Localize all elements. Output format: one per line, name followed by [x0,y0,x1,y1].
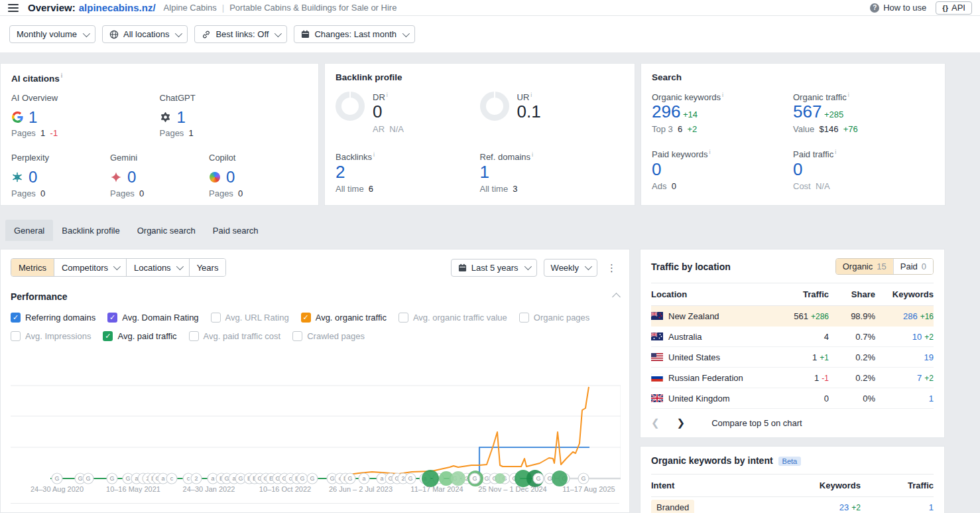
metric-checkbox-avg-url-rating[interactable]: Avg. URL Rating [211,313,289,323]
metric-checkbox-avg-impressions[interactable]: Avg. Impressions [11,331,91,341]
ai-citation-ai-overview: AI Overview1Pages 1 -1 [11,93,160,139]
x-axis-label: 24–30 Aug 2020 [31,485,84,493]
collapse-chevron-icon[interactable] [612,293,621,301]
ref-domains-value[interactable]: 1 [480,163,625,183]
traffic-cell: 1-1 [766,373,829,383]
svg-text:G: G [300,475,304,482]
event-marker: G [297,473,308,484]
info-icon[interactable]: i [722,92,723,98]
location-row-russian-federation[interactable]: Russian Federation1-10.2%7+2 [651,368,934,388]
info-icon[interactable]: i [373,151,375,158]
compare-top5-link[interactable]: Compare top 5 on chart [711,418,802,428]
tab-organic-search[interactable]: Organic search [129,220,204,241]
svg-text:c: c [170,475,174,482]
chevron-down-icon [585,263,592,270]
hamburger-menu-icon[interactable] [8,4,19,12]
metric-checkbox-avg-paid-traffic-cost[interactable]: Avg. paid traffic cost [189,331,281,341]
metric-checkbox-avg-organic-traffic[interactable]: ✓Avg. organic traffic [301,313,387,323]
info-icon[interactable]: i [61,72,63,79]
location-row-new-zealand[interactable]: New Zealand561+28698.9%286+16 [651,306,934,327]
checkbox-icon: ✓ [103,331,113,341]
how-to-use-link[interactable]: ? How to use [870,3,926,13]
next-page-icon[interactable]: ❯ [677,417,686,429]
tab-paid-search[interactable]: Paid search [204,220,267,241]
checkbox-icon [398,313,408,323]
more-options-icon[interactable]: ⋮ [604,263,619,273]
metric-checkbox-avg-paid-traffic[interactable]: ✓Avg. paid traffic [103,331,176,341]
traffic-cell: 1+1 [766,352,829,362]
location-row-australia[interactable]: Australia40.7%10+2 [651,327,934,347]
info-icon[interactable]: i [848,92,849,98]
section-tabs: GeneralBacklink profileOrganic searchPai… [0,220,980,241]
filter-dropdown-changes-last-month[interactable]: Changes: Last month [294,25,415,43]
citation-count[interactable]: 0 [29,168,37,186]
au-flag-icon [651,332,663,340]
organic-traffic-value[interactable]: 567 [793,102,822,121]
svg-text:G: G [78,475,82,482]
traffic-toggle-organic[interactable]: Organic15 [836,259,893,274]
intent-row-branded[interactable]: Branded23+21 [651,497,934,513]
code-braces-icon: { } [942,4,948,12]
help-icon: ? [870,3,879,13]
tab-general[interactable]: General [5,220,53,241]
traffic-toggle-paid[interactable]: Paid0 [893,259,933,274]
citation-count[interactable]: 1 [29,108,37,127]
metric-checkbox-avg-organic-traffic-value[interactable]: Avg. organic traffic value [398,313,507,323]
chevron-down-icon [83,29,90,37]
citation-count[interactable]: 0 [226,168,235,186]
chevron-down-icon [113,263,121,270]
info-icon[interactable]: i [532,151,533,158]
ref-domains-metric: Ref. domainsi 1 All time 3 [480,151,625,194]
event-marker: G [533,473,544,484]
ai-citation-perplexity: Perplexity0Pages 0 [11,153,110,198]
info-icon[interactable]: i [835,149,836,155]
paid-traffic-value[interactable]: 0 [793,160,934,180]
api-button[interactable]: { } API [936,1,972,15]
link-icon [202,30,211,39]
paid-keywords-value[interactable]: 0 [652,160,793,180]
perplexity-icon [11,171,23,183]
svg-text:2: 2 [194,475,198,482]
svg-text:G: G [547,475,552,482]
filter-dropdown-monthly-volume[interactable]: Monthly volume [9,25,95,43]
citation-count[interactable]: 0 [127,168,136,186]
toolbar-segment-years[interactable]: Years [189,259,226,276]
filter-dropdown-best-links-off[interactable]: Best links: Off [194,25,287,43]
tab-backlink-profile[interactable]: Backlink profile [53,220,128,241]
ai-citations-title: AI citationsi [11,72,308,84]
info-icon[interactable]: i [530,92,532,98]
metric-checkbox-organic-pages[interactable]: Organic pages [519,313,590,323]
ai-citations-card: AI citationsi AI Overview1Pages 1 -1Chat… [0,63,319,206]
performance-chart[interactable]: GGGGGa(2EGacc2aEGaGEEGGEGGcEGGGcEGaaGG2G… [11,364,619,502]
info-icon[interactable]: i [387,92,388,98]
backlinks-metric: Backlinksi 2 All time 6 [336,151,480,194]
backlinks-value[interactable]: 2 [336,163,480,183]
location-row-united-states[interactable]: United States1+10.2%19 [651,347,934,368]
toolbar-segment-locations[interactable]: Locations [126,259,189,276]
chart-toolbar: MetricsCompetitorsLocationsYears Last 5 … [11,258,619,277]
info-icon[interactable]: i [709,149,711,155]
search-title: Search [652,72,934,82]
event-marker: c [166,473,177,484]
location-table-header: Location Traffic Share Keywords [651,283,934,306]
svg-text:G: G [125,475,130,482]
traffic-event-dot [495,473,505,484]
organic-keywords-value[interactable]: 296 [652,102,680,121]
toolbar-segment-metrics[interactable]: Metrics [11,259,54,276]
date-range-dropdown[interactable]: Last 5 years [451,259,537,277]
citation-count[interactable]: 1 [177,108,186,127]
domain-link[interactable]: alpinecabins.nz/ [79,2,156,13]
metric-checkbox-avg-domain-rating[interactable]: ✓Avg. Domain Rating [107,313,198,323]
ru-flag-icon [651,374,663,382]
location-row-united-kingdom[interactable]: United Kingdom00%1 [651,388,934,409]
filter-dropdown-all-locations[interactable]: All locations [102,25,188,43]
event-marker: G [469,473,480,484]
granularity-dropdown[interactable]: Weekly [544,259,597,277]
metric-checkbox-crawled-pages[interactable]: Crawled pages [292,331,365,341]
prev-page-icon[interactable]: ❮ [651,417,660,429]
checkbox-icon [519,313,529,323]
metric-checkbox-referring-domains[interactable]: ✓Referring domains [11,313,95,323]
svg-text:G: G [581,475,585,482]
chart-svg: GGGGGa(2EGacc2aEGaGEEGGEGGcEGGGcEGaaGG2G… [11,364,621,500]
toolbar-segment-competitors[interactable]: Competitors [54,259,126,276]
